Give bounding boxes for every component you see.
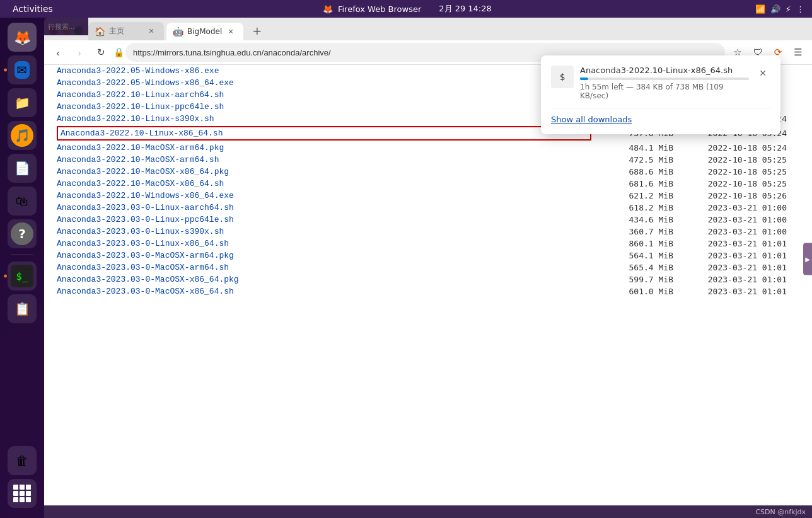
file-size: 565.4 MiB — [591, 263, 673, 272]
file-size: 434.6 MiB — [591, 215, 673, 224]
file-row: Anaconda3-2022.10-Windows-x86_64.exe621.… — [57, 190, 799, 202]
expand-icon[interactable]: ⋮ — [796, 4, 804, 14]
file-size: 484.1 MiB — [591, 143, 673, 153]
file-row: Anaconda3-2022.10-MacOSX-arm64.sh472.5 M… — [57, 154, 799, 166]
file-link[interactable]: Anaconda3-2022.10-MacOSX-arm64.pkg — [57, 143, 591, 153]
tab-homepage[interactable]: 🏠 主页 ✕ — [88, 22, 164, 40]
file-date: 2022-10-18 05:25 — [673, 167, 799, 176]
taskbar-rhythmbox[interactable]: 🎵 — [8, 121, 37, 150]
tab-bigmodel[interactable]: 🤖 BigModel ✕ — [166, 23, 243, 40]
topbar-app-label: Firefox Web Browser — [338, 4, 421, 14]
file-date: 2023-03-21 01:00 — [673, 203, 799, 212]
file-size: 360.7 MiB — [591, 227, 673, 236]
file-date: 2023-03-21 01:01 — [673, 239, 799, 248]
power-icon: ⚡ — [786, 4, 791, 14]
file-row: Anaconda3-2022.10-MacOSX-x86_64.pkg688.6… — [57, 166, 799, 178]
file-date: 2023-03-21 01:01 — [673, 263, 799, 272]
taskbar-nautilus[interactable]: 📋 — [8, 294, 37, 323]
file-size: 599.7 MiB — [591, 275, 673, 284]
download-progress-fill — [580, 78, 588, 80]
file-link[interactable]: Anaconda3-2023.03-0-Linux-s390x.sh — [57, 227, 591, 236]
file-row: Anaconda3-2022.10-MacOSX-x86_64.sh681.6 … — [57, 178, 799, 190]
file-link[interactable]: Anaconda3-2023.03-0-Linux-x86_64.sh — [57, 239, 591, 248]
file-row: Anaconda3-2023.03-0-Linux-ppc64le.sh434.… — [57, 214, 799, 226]
file-date: 2023-03-21 01:01 — [673, 251, 799, 260]
new-tab-button[interactable]: + — [246, 21, 268, 40]
topbar-right: 📶 🔊 ⚡ ⋮ — [755, 4, 812, 14]
file-link[interactable]: Anaconda3-2023.03-0-MacOSX-x86_64.sh — [57, 287, 591, 296]
file-size: 860.1 MiB — [591, 239, 673, 248]
taskbar-writer[interactable]: 📄 — [8, 154, 37, 183]
file-date: 2022-10-18 05:26 — [673, 191, 799, 200]
file-row: Anaconda3-2023.03-0-MacOSX-x86_64.pkg599… — [57, 273, 799, 285]
file-link[interactable]: Anaconda3-2022.10-MacOSX-x86_64.pkg — [57, 167, 591, 176]
file-link[interactable]: Anaconda3-2022.10-Linux-s390x.sh — [57, 114, 591, 124]
topbar-datetime: 2月 29 14:28 — [439, 3, 492, 14]
file-date: 2022-10-18 05:25 — [673, 179, 799, 188]
tab-homepage-close[interactable]: ✕ — [146, 26, 156, 37]
statusbar: CSDN @nfkjdx — [44, 505, 812, 518]
edge-expand-button[interactable]: ▶ — [803, 243, 812, 275]
file-size: 681.6 MiB — [591, 179, 673, 188]
search-area — [44, 18, 88, 35]
show-all-downloads-link[interactable]: Show all downloads — [551, 115, 770, 124]
file-link[interactable]: Anaconda3-2022.10-Linux-x86_64.sh — [57, 126, 591, 141]
file-size: 618.2 MiB — [591, 203, 673, 212]
file-date: 2023-03-21 01:00 — [673, 215, 799, 224]
taskbar-files[interactable]: 📁 — [8, 88, 37, 117]
status-text: CSDN @nfkjdx — [755, 508, 806, 516]
taskbar-separator — [11, 255, 33, 255]
file-link[interactable]: Anaconda3-2022.10-MacOSX-arm64.sh — [57, 155, 591, 164]
taskbar-terminal[interactable]: $_ — [8, 262, 37, 291]
file-row: Anaconda3-2023.03-0-Linux-x86_64.sh860.1… — [57, 238, 799, 250]
file-link[interactable]: Anaconda3-2022.10-MacOSX-x86_64.sh — [57, 179, 591, 188]
topbar: Activities 🦊 Firefox Web Browser 2月 29 1… — [0, 0, 812, 18]
file-link[interactable]: Anaconda3-2022.05-Windows-x86.exe — [57, 66, 591, 76]
topbar-center: 🦊 Firefox Web Browser 2月 29 14:28 — [323, 3, 492, 14]
file-link[interactable]: Anaconda3-2023.03-0-MacOSX-arm64.pkg — [57, 251, 591, 260]
taskbar-firefox[interactable]: 🦊 — [8, 23, 37, 52]
taskbar-help[interactable]: ? — [8, 219, 37, 248]
file-date: 2023-03-21 01:01 — [673, 275, 799, 284]
file-link[interactable]: Anaconda3-2023.03-0-Linux-aarch64.sh — [57, 203, 591, 212]
volume-icon: 🔊 — [770, 4, 780, 14]
forward-button[interactable]: › — [71, 43, 88, 61]
download-filename: Anaconda3-2022.10-Linux-x86_64.sh — [580, 66, 749, 75]
download-popup: $ Anaconda3-2022.10-Linux-x86_64.sh 1h 5… — [541, 55, 780, 134]
download-status: 1h 55m left — 384 KB of 738 MB (109 KB/s… — [580, 83, 749, 100]
menu-button[interactable]: ☰ — [789, 43, 807, 61]
taskbar-bottom: 🗑 — [8, 446, 37, 513]
file-link[interactable]: Anaconda3-2022.10-Linux-ppc64le.sh — [57, 102, 591, 112]
back-button[interactable]: ‹ — [49, 43, 67, 61]
taskbar: 🦊 ✉ 📁 🎵 📄 🛍 ? $_ 📋 🗑 — [0, 18, 44, 518]
download-item: $ Anaconda3-2022.10-Linux-x86_64.sh 1h 5… — [551, 66, 770, 100]
file-size: 601.0 MiB — [591, 287, 673, 296]
download-divider — [551, 108, 770, 108]
network-icon: 📶 — [755, 4, 765, 14]
taskbar-thunderbird[interactable]: ✉ — [8, 55, 37, 84]
file-link[interactable]: Anaconda3-2023.03-0-MacOSX-arm64.sh — [57, 263, 591, 272]
tab-homepage-title: 主页 — [109, 26, 142, 37]
file-row: Anaconda3-2022.10-MacOSX-arm64.pkg484.1 … — [57, 142, 799, 154]
taskbar-trash[interactable]: 🗑 — [8, 446, 37, 475]
file-link[interactable]: Anaconda3-2023.03-0-MacOSX-x86_64.pkg — [57, 275, 591, 284]
download-file-icon: $ — [551, 66, 574, 88]
taskbar-grid[interactable] — [8, 479, 37, 508]
tab-bigmodel-close[interactable]: ✕ — [226, 26, 236, 37]
file-size: 564.1 MiB — [591, 251, 673, 260]
activities-button[interactable]: Activities — [6, 4, 59, 14]
reload-button[interactable]: ↻ — [92, 43, 110, 61]
file-row: Anaconda3-2023.03-0-Linux-aarch64.sh618.… — [57, 202, 799, 214]
taskbar-appstore[interactable]: 🛍 — [8, 187, 37, 216]
file-link[interactable]: Anaconda3-2022.10-Linux-aarch64.sh — [57, 90, 591, 100]
topbar-firefox-icon: 🦊 — [323, 4, 333, 14]
file-size: 688.6 MiB — [591, 167, 673, 176]
file-date: 2023-03-21 01:00 — [673, 227, 799, 236]
file-size: 621.2 MiB — [591, 191, 673, 200]
download-close-button[interactable]: ✕ — [755, 66, 770, 81]
file-link[interactable]: Anaconda3-2023.03-0-Linux-ppc64le.sh — [57, 215, 591, 224]
download-info: Anaconda3-2022.10-Linux-x86_64.sh 1h 55m… — [580, 66, 749, 100]
search-input[interactable] — [48, 23, 84, 30]
file-link[interactable]: Anaconda3-2022.10-Windows-x86_64.exe — [57, 191, 591, 200]
file-link[interactable]: Anaconda3-2022.05-Windows-x86_64.exe — [57, 78, 591, 88]
